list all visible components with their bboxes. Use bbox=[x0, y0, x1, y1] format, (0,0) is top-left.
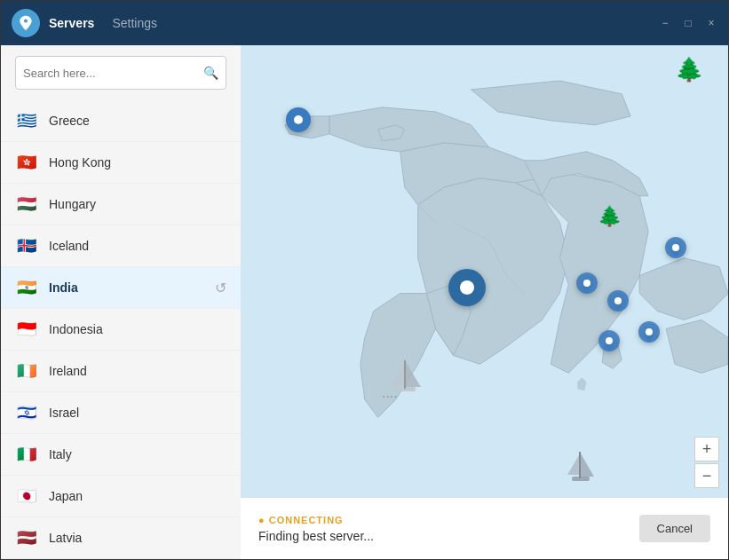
flag-israel: 🇮🇱 bbox=[15, 401, 38, 424]
server-item-latvia[interactable]: 🇱🇻Latvia bbox=[1, 517, 241, 559]
svg-point-14 bbox=[672, 244, 679, 251]
server-item-india[interactable]: 🇮🇳India↺ bbox=[1, 267, 241, 309]
server-name-italy: Italy bbox=[49, 447, 226, 461]
flag-japan: 🇯🇵 bbox=[15, 485, 38, 508]
flag-ireland: 🇮🇪 bbox=[15, 359, 38, 383]
server-item-israel[interactable]: 🇮🇱Israel bbox=[1, 392, 241, 434]
nav-settings[interactable]: Settings bbox=[112, 12, 157, 34]
svg-rect-19 bbox=[579, 452, 581, 478]
server-name-greece: Greece bbox=[49, 114, 226, 128]
flag-iceland: 🇮🇸 bbox=[15, 234, 38, 257]
flag-india: 🇮🇳 bbox=[15, 276, 38, 299]
server-item-iceland[interactable]: 🇮🇸Iceland bbox=[1, 225, 241, 267]
sidebar: 🔍 🇬🇷Greece🇭🇰Hong Kong🇭🇺Hungary🇮🇸Iceland🇮… bbox=[1, 45, 241, 559]
status-text: ● CONNECTING Finding best server... bbox=[258, 515, 639, 543]
sailboat-1: • • • • bbox=[378, 351, 423, 404]
server-item-japan[interactable]: 🇯🇵Japan bbox=[1, 476, 241, 517]
search-icon: 🔍 bbox=[203, 66, 218, 80]
map-pin-greece bbox=[286, 107, 311, 143]
svg-rect-16 bbox=[404, 360, 406, 389]
titlebar: Servers Settings − □ × bbox=[1, 1, 728, 45]
flag-indonesia: 🇮🇩 bbox=[15, 318, 38, 341]
main-content: 🔍 🇬🇷Greece🇭🇰Hong Kong🇭🇺Hungary🇮🇸Iceland🇮… bbox=[1, 45, 728, 559]
sailboat-2 bbox=[556, 445, 596, 493]
refresh-icon[interactable]: ↺ bbox=[215, 280, 226, 296]
map-area: 🌲 🌲 bbox=[241, 45, 728, 559]
server-name-india: India bbox=[49, 280, 215, 295]
svg-text:• • • •: • • • • bbox=[383, 393, 397, 399]
app-window: Servers Settings − □ × 🔍 🇬🇷Greece🇭🇰Hong … bbox=[0, 0, 729, 560]
nav-servers[interactable]: Servers bbox=[49, 12, 94, 34]
window-controls: − □ × bbox=[659, 17, 717, 29]
titlebar-nav: Servers Settings bbox=[49, 12, 659, 34]
svg-point-6 bbox=[583, 280, 590, 287]
search-input[interactable] bbox=[23, 67, 203, 80]
svg-point-4 bbox=[460, 280, 474, 295]
map-pin-se-asia bbox=[665, 237, 686, 267]
flag-latvia: 🇱🇻 bbox=[15, 526, 38, 549]
server-name-israel: Israel bbox=[49, 406, 226, 420]
status-description: Finding best server... bbox=[258, 529, 639, 543]
zoom-out-button[interactable]: − bbox=[694, 463, 719, 488]
server-name-indonesia: Indonesia bbox=[49, 322, 226, 336]
flag-greece: 🇬🇷 bbox=[15, 109, 38, 132]
zoom-controls: + − bbox=[694, 437, 719, 488]
server-item-hong-kong[interactable]: 🇭🇰Hong Kong bbox=[1, 142, 241, 184]
map-pin-east-africa-1 bbox=[576, 272, 598, 303]
server-name-ireland: Ireland bbox=[49, 364, 226, 378]
map-pin-east-africa-4 bbox=[638, 321, 660, 351]
tree-icon-2: 🌲 bbox=[598, 205, 622, 228]
server-name-japan: Japan bbox=[49, 489, 226, 503]
server-list: 🇬🇷Greece🇭🇰Hong Kong🇭🇺Hungary🇮🇸Iceland🇮🇳I… bbox=[1, 100, 241, 559]
server-name-iceland: Iceland bbox=[49, 239, 226, 253]
server-item-greece[interactable]: 🇬🇷Greece bbox=[1, 100, 241, 142]
tree-icon-1: 🌲 bbox=[675, 56, 703, 83]
server-item-hungary[interactable]: 🇭🇺Hungary bbox=[1, 184, 241, 225]
restore-button[interactable]: □ bbox=[682, 17, 694, 29]
svg-point-2 bbox=[294, 115, 303, 124]
status-label: ● CONNECTING bbox=[258, 515, 639, 525]
map-pin-india bbox=[448, 269, 486, 320]
server-name-latvia: Latvia bbox=[49, 531, 226, 545]
map-pin-east-africa-3 bbox=[598, 330, 620, 360]
zoom-in-button[interactable]: + bbox=[694, 437, 719, 461]
flag-italy: 🇮🇹 bbox=[15, 443, 38, 466]
map-pin-east-africa-2 bbox=[607, 290, 629, 320]
close-button[interactable]: × bbox=[705, 17, 717, 29]
flag-hong-kong: 🇭🇰 bbox=[15, 151, 38, 174]
server-name-hungary: Hungary bbox=[49, 197, 226, 211]
server-item-italy[interactable]: 🇮🇹Italy bbox=[1, 434, 241, 476]
svg-point-8 bbox=[614, 297, 622, 304]
server-item-indonesia[interactable]: 🇮🇩Indonesia bbox=[1, 309, 241, 351]
svg-point-10 bbox=[606, 337, 613, 344]
app-logo bbox=[12, 9, 40, 37]
status-bar: ● CONNECTING Finding best server... Canc… bbox=[241, 497, 728, 559]
server-item-ireland[interactable]: 🇮🇪Ireland bbox=[1, 351, 241, 392]
search-box[interactable]: 🔍 bbox=[15, 56, 226, 90]
cancel-button[interactable]: Cancel bbox=[639, 515, 710, 542]
server-name-hong-kong: Hong Kong bbox=[49, 155, 226, 170]
flag-hungary: 🇭🇺 bbox=[15, 193, 38, 216]
minimize-button[interactable]: − bbox=[659, 17, 671, 29]
svg-point-12 bbox=[646, 328, 653, 335]
